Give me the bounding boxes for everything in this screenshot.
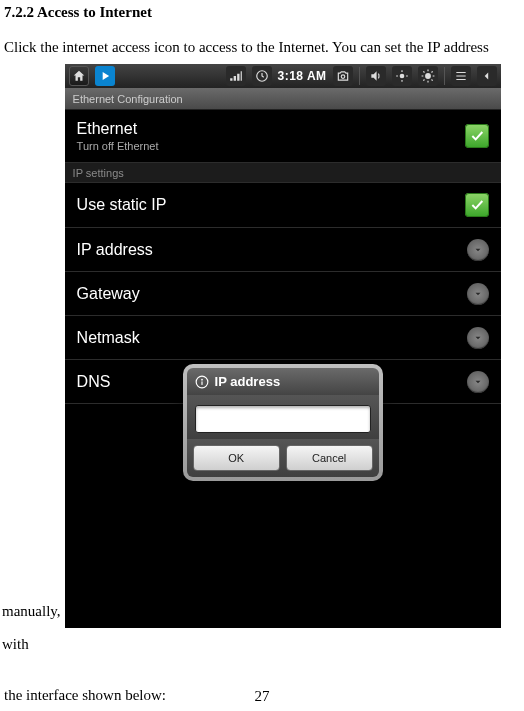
row-use-static-ip[interactable]: Use static IP	[65, 183, 501, 228]
checkbox-checked-icon[interactable]	[465, 193, 489, 217]
row-ethernet[interactable]: Ethernet Turn off Ethernet	[65, 110, 501, 163]
svg-point-3	[425, 73, 431, 79]
activity-title: Ethernet Configuration	[65, 88, 501, 110]
embedded-screenshot: 3:18 AM	[65, 64, 501, 628]
row-netmask-label: Netmask	[77, 329, 467, 347]
signal-icon	[226, 66, 246, 86]
row-netmask[interactable]: Netmask	[65, 316, 501, 360]
chevron-down-icon	[467, 239, 489, 261]
checkbox-checked-icon[interactable]	[465, 124, 489, 148]
chevron-down-icon	[467, 371, 489, 393]
volume-icon[interactable]	[366, 66, 386, 86]
row-ethernet-title: Ethernet	[77, 120, 465, 138]
home-icon[interactable]	[69, 66, 89, 86]
ip-address-dialog: IP address OK Cancel	[183, 364, 383, 481]
dialog-title-text: IP address	[215, 374, 281, 389]
dialog-title: IP address	[187, 368, 379, 395]
section-heading: 7.2.2 Access to Internet	[2, 4, 522, 21]
info-icon	[195, 375, 209, 389]
chevron-down-icon	[467, 327, 489, 349]
back-icon[interactable]	[477, 66, 497, 86]
body-text-with: with	[2, 628, 29, 661]
row-ethernet-sub: Turn off Ethernet	[77, 140, 465, 152]
camera-icon[interactable]	[333, 66, 353, 86]
svg-rect-6	[201, 381, 202, 385]
row-ip-address[interactable]: IP address	[65, 228, 501, 272]
svg-point-2	[399, 74, 404, 79]
play-icon[interactable]	[95, 66, 115, 86]
body-paragraph: Click the internet access icon to access…	[2, 31, 522, 64]
page-number: 27	[0, 688, 524, 705]
bright-icon[interactable]	[418, 66, 438, 86]
svg-point-5	[201, 378, 203, 380]
status-time: 3:18 AM	[278, 69, 327, 83]
cancel-button[interactable]: Cancel	[286, 445, 373, 471]
row-gateway-label: Gateway	[77, 285, 467, 303]
clock-icon	[252, 66, 272, 86]
body-text-manually: manually,	[2, 595, 61, 628]
status-bar: 3:18 AM	[65, 64, 501, 88]
row-gateway[interactable]: Gateway	[65, 272, 501, 316]
dim-icon[interactable]	[392, 66, 412, 86]
row-use-static-label: Use static IP	[77, 196, 465, 214]
chevron-down-icon	[467, 283, 489, 305]
ok-button[interactable]: OK	[193, 445, 280, 471]
menu-icon[interactable]	[451, 66, 471, 86]
svg-point-1	[341, 75, 345, 79]
ip-address-input[interactable]	[195, 405, 371, 433]
section-header-ip: IP settings	[65, 163, 501, 183]
row-ip-address-label: IP address	[77, 241, 467, 259]
